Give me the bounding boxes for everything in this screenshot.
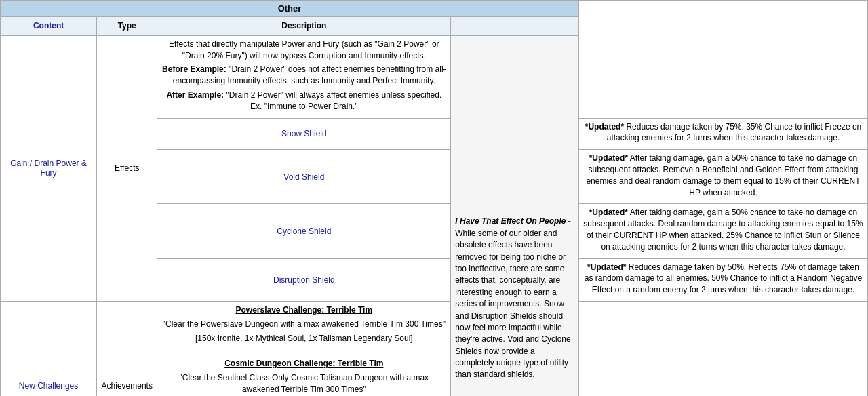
side-note-separator: -: [568, 216, 571, 226]
column-header-row: Content Type Description: [1, 17, 868, 36]
row-gain-drain: Gain / Drain Power & Fury Effects Effect…: [1, 35, 868, 118]
main-table: Other Content Type Description Gain / Dr…: [0, 0, 868, 396]
desc-gain-drain: Effects that directly manipulate Power a…: [157, 35, 451, 118]
row-new-challenges: New Challenges Achievements Powerslave C…: [1, 301, 868, 396]
col-header-type: Type: [97, 17, 157, 36]
desc-void-shield-text: *Updated* After taking damage, gain a 50…: [583, 153, 863, 198]
desc-powerslave-line2: [150x Ironite, 1x Mythical Soul, 1x Tali…: [161, 333, 446, 344]
section-header-row: Other: [1, 1, 868, 17]
effects-label: Effects: [115, 163, 139, 173]
desc-cosmic-line1: "Clear the Sentinel Class Only Cosmic Ta…: [161, 372, 446, 395]
desc-snow-shield: *Updated* Reduces damage taken by 75%. 3…: [579, 118, 868, 150]
desc-cosmic-title: Cosmic Dungeon Challenge: Terrible Tim: [161, 358, 446, 370]
content-snow-shield: Snow Shield: [157, 118, 451, 150]
desc-gain-drain-line1: Effects that directly manipulate Power a…: [161, 39, 446, 62]
content-cyclone-shield: Cyclone Shield: [157, 204, 451, 258]
desc-cyclone-shield: *Updated* After taking damage, gain a 50…: [579, 204, 868, 258]
desc-new-challenges: Powerslave Challenge: Terrible Tim "Clea…: [157, 301, 451, 396]
content-new-challenges: New Challenges: [1, 301, 97, 396]
side-note-title: I Have That Effect On People: [455, 216, 566, 226]
desc-snow-shield-text: *Updated* Reduces damage taken by 75%. 3…: [583, 121, 863, 144]
section-header: Other: [1, 1, 579, 17]
desc-void-shield: *Updated* After taking damage, gain a 50…: [579, 150, 868, 204]
disruption-shield-label: Disruption Shield: [273, 275, 335, 285]
col-header-extra: [451, 17, 579, 36]
desc-powerslave-line1: "Clear the Powerslave Dungeon with a max…: [161, 319, 446, 330]
cyclone-shield-label: Cyclone Shield: [277, 226, 331, 236]
desc-gain-drain-line2: Before Example: "Drain 2 Power" does not…: [161, 64, 446, 87]
side-note-content: I Have That Effect On People - While som…: [455, 216, 574, 380]
desc-disruption-shield-text: *Updated* Reduces damage taken by 50%. R…: [583, 262, 863, 296]
side-note-cell: I Have That Effect On People - While som…: [451, 35, 579, 396]
side-note-body: While some of our older and obsolete eff…: [455, 229, 570, 380]
desc-cyclone-shield-text: *Updated* After taking damage, gain a 50…: [583, 207, 863, 252]
void-shield-label: Void Shield: [283, 172, 324, 182]
col-header-description: Description: [157, 17, 451, 36]
new-challenges-label: New Challenges: [19, 381, 78, 391]
type-effects: Effects: [97, 35, 157, 301]
gain-drain-label: Gain / Drain Power & Fury: [10, 159, 87, 178]
content-void-shield: Void Shield: [157, 150, 451, 204]
desc-disruption-shield: *Updated* Reduces damage taken by 50%. R…: [579, 258, 868, 301]
achievements-label: Achievements: [102, 381, 153, 391]
desc-gain-drain-line3: After Example: "Drain 2 Power" will alwa…: [161, 90, 446, 113]
content-gain-drain: Gain / Drain Power & Fury: [1, 35, 97, 301]
desc-powerslave-title: Powerslave Challenge: Terrible Tim: [161, 304, 446, 316]
type-achievements: Achievements: [97, 301, 157, 396]
col-header-content: Content: [1, 17, 97, 36]
snow-shield-label: Snow Shield: [281, 129, 327, 138]
content-disruption-shield: Disruption Shield: [157, 258, 451, 301]
